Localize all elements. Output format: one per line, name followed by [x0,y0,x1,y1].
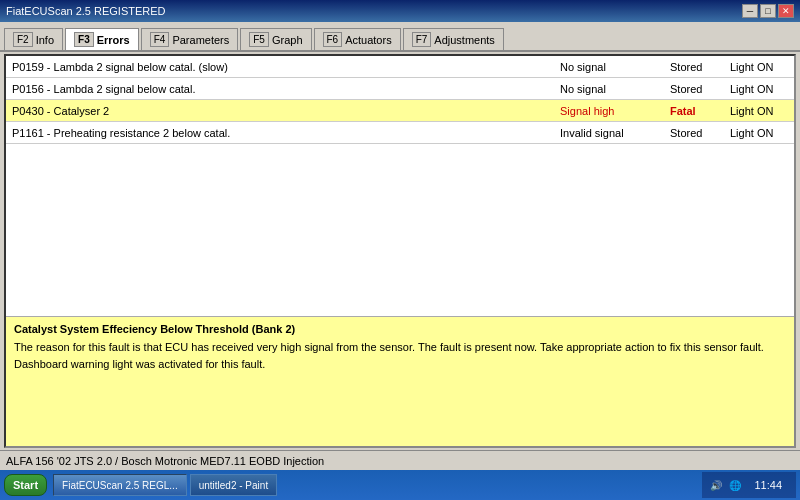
taskbar-item[interactable]: FiatECUScan 2.5 REGL... [53,474,187,496]
tab-key: F3 [74,32,94,47]
error-signal: No signal [554,83,664,95]
minimize-button[interactable]: ─ [742,4,758,18]
tab-key: F7 [412,32,432,47]
tab-actuators[interactable]: F6Actuators [314,28,401,50]
title-bar: FiatECUScan 2.5 REGISTERED ─ □ ✕ [0,0,800,22]
tab-key: F4 [150,32,170,47]
window-title: FiatECUScan 2.5 REGISTERED [6,5,166,17]
tab-key: F2 [13,32,33,47]
table-row[interactable]: P0430 - Catalyser 2 Signal high Fatal Li… [6,100,794,122]
description-text: The reason for this fault is that ECU ha… [14,339,786,372]
errors-table: P0159 - Lambda 2 signal below catal. (sl… [6,56,794,316]
start-button[interactable]: Start [4,474,47,496]
error-signal: Invalid signal [554,127,664,139]
tab-bar: F2InfoF3ErrorsF4ParametersF5GraphF6Actua… [0,22,800,52]
taskbar-item[interactable]: untitled2 - Paint [190,474,278,496]
error-signal: Signal high [554,105,664,117]
tab-graph[interactable]: F5Graph [240,28,311,50]
status-text: ALFA 156 '02 JTS 2.0 / Bosch Motronic ME… [6,455,324,467]
error-light: Light ON [724,61,794,73]
close-button[interactable]: ✕ [778,4,794,18]
taskbar-items: FiatECUScan 2.5 REGL...untitled2 - Paint [53,474,702,496]
system-tray: 🔊 🌐 11:44 [702,472,796,498]
tab-adjustments[interactable]: F7Adjustments [403,28,504,50]
tray-icon-2: 🌐 [727,477,743,493]
taskbar-item-label: untitled2 - Paint [199,480,269,491]
tab-key: F6 [323,32,343,47]
error-light: Light ON [724,105,794,117]
error-light: Light ON [724,127,794,139]
taskbar-item-label: FiatECUScan 2.5 REGL... [62,480,178,491]
description-panel: Catalyst System Effeciency Below Thresho… [6,316,794,446]
table-row[interactable]: P0156 - Lambda 2 signal below catal. No … [6,78,794,100]
description-title: Catalyst System Effeciency Below Thresho… [14,323,786,335]
tab-parameters[interactable]: F4Parameters [141,28,239,50]
tab-label: Adjustments [434,34,495,46]
tab-label: Info [36,34,54,46]
tab-label: Actuators [345,34,391,46]
error-status: Stored [664,83,724,95]
tab-label: Errors [97,34,130,46]
window-controls: ─ □ ✕ [742,4,794,18]
taskbar: Start FiatECUScan 2.5 REGL...untitled2 -… [0,470,800,500]
clock: 11:44 [746,479,790,491]
error-signal: No signal [554,61,664,73]
table-row[interactable]: P1161 - Preheating resistance 2 below ca… [6,122,794,144]
error-description: P0159 - Lambda 2 signal below catal. (sl… [6,61,554,73]
status-bar: ALFA 156 '02 JTS 2.0 / Bosch Motronic ME… [0,450,800,470]
main-content: P0159 - Lambda 2 signal below catal. (sl… [4,54,796,448]
tab-label: Graph [272,34,303,46]
error-status: Stored [664,127,724,139]
maximize-button[interactable]: □ [760,4,776,18]
tab-errors[interactable]: F3Errors [65,28,139,50]
error-light: Light ON [724,83,794,95]
error-description: P0430 - Catalyser 2 [6,105,554,117]
tab-key: F5 [249,32,269,47]
tab-info[interactable]: F2Info [4,28,63,50]
error-description: P0156 - Lambda 2 signal below catal. [6,83,554,95]
table-row[interactable]: P0159 - Lambda 2 signal below catal. (sl… [6,56,794,78]
error-description: P1161 - Preheating resistance 2 below ca… [6,127,554,139]
error-status: Stored [664,61,724,73]
tab-label: Parameters [172,34,229,46]
tray-icon-1: 🔊 [708,477,724,493]
error-status: Fatal [664,105,724,117]
